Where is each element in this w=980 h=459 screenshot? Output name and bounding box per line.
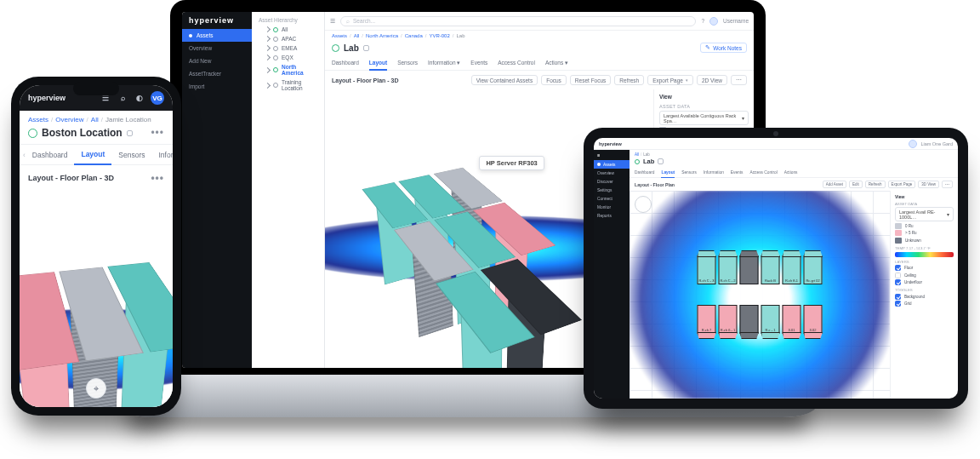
tab-sensors[interactable]: Sensors bbox=[397, 56, 418, 70]
btn-export[interactable]: Export Page bbox=[888, 181, 916, 188]
tab-access[interactable]: Access Control bbox=[498, 56, 535, 70]
tab-layout[interactable]: Layout bbox=[74, 145, 111, 165]
status-icon bbox=[28, 129, 37, 138]
crumb[interactable]: Overview bbox=[55, 116, 83, 123]
crumb[interactable]: Canada bbox=[405, 33, 423, 38]
floorplan-canvas-3d[interactable]: ⌖ bbox=[20, 191, 173, 407]
tab-access[interactable]: Access Control bbox=[749, 168, 777, 177]
tab-information[interactable]: Informat bbox=[152, 146, 174, 164]
tree-apac[interactable]: APAC bbox=[255, 34, 321, 43]
tab-dashboard[interactable]: Dashboard bbox=[635, 168, 654, 177]
tree-root[interactable]: All bbox=[255, 25, 321, 34]
tree-emea[interactable]: EMEA bbox=[255, 43, 321, 53]
rack-2d[interactable] bbox=[740, 305, 759, 334]
btn-more[interactable]: ⋯ bbox=[731, 75, 747, 85]
tab-actions[interactable]: Actions bbox=[784, 168, 798, 177]
nav-item[interactable]: Reports bbox=[594, 211, 630, 220]
edit-icon[interactable] bbox=[658, 158, 664, 164]
toggle-checkbox[interactable]: Grid bbox=[895, 301, 954, 307]
tab-events[interactable]: Events bbox=[731, 168, 744, 177]
compass-icon[interactable] bbox=[635, 196, 652, 213]
nav-overview[interactable]: Overview bbox=[182, 42, 252, 55]
tab-events[interactable]: Events bbox=[470, 56, 487, 70]
search-input[interactable]: ⌕Search... bbox=[340, 16, 696, 26]
tab-sensors[interactable]: Sensors bbox=[681, 168, 697, 177]
tab-dashboard[interactable]: Dashboard bbox=[332, 56, 359, 70]
nav-assettracker[interactable]: AssetTracker bbox=[182, 67, 252, 80]
tab-layout[interactable]: Layout bbox=[661, 168, 675, 178]
help-icon[interactable]: ? bbox=[701, 18, 704, 24]
crumb[interactable]: All bbox=[635, 152, 639, 157]
tab-sensors[interactable]: Sensors bbox=[111, 146, 151, 164]
rack-2d[interactable]: 3.02 bbox=[804, 305, 823, 334]
nav-item[interactable]: Discover bbox=[594, 177, 630, 186]
rack-2d[interactable]: R.ch 7 bbox=[698, 305, 716, 334]
btn-more[interactable]: ⋯ bbox=[942, 181, 953, 188]
avatar[interactable]: VG bbox=[151, 91, 164, 105]
rack-2d[interactable]: R.ch C - 2 bbox=[719, 255, 738, 284]
layer-checkbox[interactable]: Underfloor bbox=[895, 279, 954, 285]
btn-refresh[interactable]: Refresh bbox=[614, 75, 644, 85]
crumb[interactable]: North America bbox=[366, 33, 398, 38]
asset-data-select[interactable]: Largest Avail RE-1000L…▾ bbox=[895, 207, 954, 221]
tab-information[interactable]: Information ▾ bbox=[428, 56, 460, 70]
recenter-button[interactable]: ⌖ bbox=[86, 378, 106, 399]
rack-2d[interactable] bbox=[740, 255, 759, 284]
section-label: TEMP 7.17 - 513.7 °F bbox=[895, 246, 954, 250]
nav-assets[interactable]: Assets bbox=[594, 160, 630, 169]
search-icon[interactable]: ⌕ bbox=[117, 92, 128, 104]
sidebar-toggle-icon[interactable]: ☰ bbox=[330, 18, 335, 25]
rack-2d[interactable]: Rack B bbox=[761, 255, 780, 284]
more-icon[interactable]: ••• bbox=[151, 127, 164, 139]
crumb[interactable]: All bbox=[91, 116, 99, 123]
rack-2d[interactable]: R.ch ff-1 bbox=[783, 255, 801, 284]
edit-icon[interactable] bbox=[363, 45, 369, 51]
edit-icon[interactable] bbox=[127, 130, 133, 136]
rack-2d[interactable]: 3.01 bbox=[783, 305, 801, 334]
btn-refresh[interactable]: Refresh bbox=[865, 181, 886, 188]
breadcrumb: All/Lab bbox=[635, 152, 953, 157]
tab-information[interactable]: Information bbox=[704, 168, 724, 177]
crumb[interactable]: Assets bbox=[332, 33, 347, 38]
more-icon[interactable]: ••• bbox=[151, 172, 164, 184]
btn-2d-view[interactable]: 2D View bbox=[697, 75, 727, 85]
btn-edit[interactable]: Edit bbox=[849, 181, 863, 188]
nav-item[interactable]: Monitor bbox=[594, 203, 630, 211]
rack-2d[interactable]: Rc.grt 02 bbox=[804, 255, 823, 284]
tablet-device: hyperview Liam One Gard ≡ Assets Overvie… bbox=[584, 128, 968, 409]
btn-reset-focus[interactable]: Reset Focus bbox=[570, 75, 612, 85]
btn-export[interactable]: Export Page▾ bbox=[647, 75, 693, 85]
tree-north-america[interactable]: North America bbox=[255, 62, 321, 77]
nav-import[interactable]: Import bbox=[182, 80, 252, 93]
work-notes-button[interactable]: ✎Work Notes bbox=[700, 43, 747, 53]
tab-layout[interactable]: Layout bbox=[369, 56, 387, 71]
person-icon[interactable]: ◐ bbox=[134, 92, 145, 104]
tab-dashboard[interactable]: Dashboard bbox=[26, 146, 75, 164]
layer-checkbox[interactable]: Floor bbox=[895, 265, 954, 271]
avatar[interactable] bbox=[709, 17, 718, 26]
nav-item[interactable]: Settings bbox=[594, 186, 630, 194]
avatar[interactable] bbox=[909, 140, 917, 148]
rack-2d[interactable]: R.ch C - 3 bbox=[698, 255, 716, 284]
nav-item[interactable]: Connect bbox=[594, 194, 630, 203]
nav-assets[interactable]: Assets bbox=[182, 29, 252, 42]
tab-actions[interactable]: Actions ▾ bbox=[545, 56, 568, 70]
btn-view-contained[interactable]: View Contained Assets bbox=[471, 75, 538, 85]
btn-add-asset[interactable]: Add Asset bbox=[823, 181, 846, 188]
rack-2d[interactable]: R.ch 6 - 1 bbox=[719, 305, 738, 334]
nav-add-new[interactable]: Add New bbox=[182, 55, 252, 67]
subheader: Layout - Floor Plan - 3D bbox=[332, 77, 399, 83]
btn-focus[interactable]: Focus bbox=[541, 75, 567, 85]
asset-data-select[interactable]: Largest Available Contiguous Rack Spa…▾ bbox=[659, 111, 749, 125]
crumb[interactable]: All bbox=[354, 33, 360, 38]
floorplan-canvas-2d[interactable]: R.ch C - 3R.ch C - 2Rack BR.ch ff-1Rc.gr… bbox=[630, 191, 890, 399]
layer-checkbox[interactable]: Ceiling bbox=[895, 273, 954, 278]
tree-training[interactable]: Training Location bbox=[255, 77, 321, 93]
toggle-checkbox[interactable]: Background bbox=[895, 294, 954, 300]
nav-item[interactable]: Overview bbox=[594, 169, 630, 177]
btn-3d-view[interactable]: 3D View bbox=[918, 181, 939, 188]
rack-2d[interactable]: R.c - 1 bbox=[761, 305, 780, 334]
crumb[interactable]: Assets bbox=[28, 116, 48, 123]
crumb[interactable]: YVR-002 bbox=[429, 33, 449, 38]
tree-eqx[interactable]: EQX bbox=[255, 53, 321, 62]
